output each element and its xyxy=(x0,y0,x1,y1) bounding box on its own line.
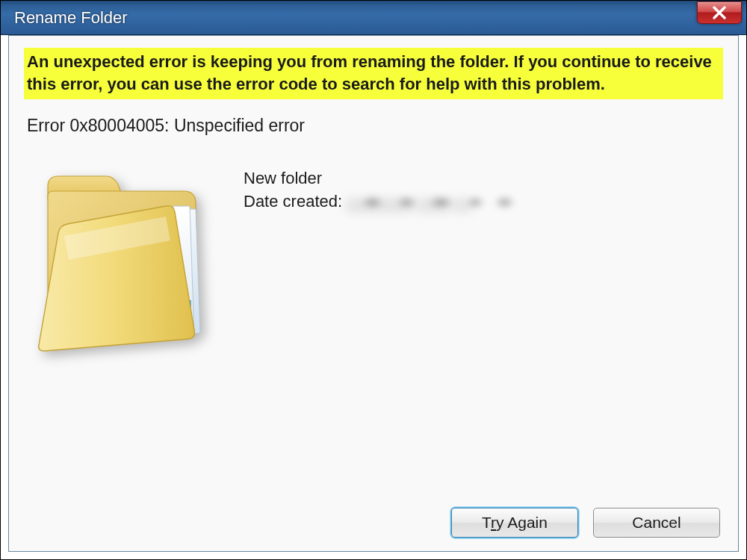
date-created-label: Date created: xyxy=(244,190,342,214)
dialog-content: An unexpected error is keeping you from … xyxy=(8,35,739,552)
window-title: Rename Folder xyxy=(14,8,128,28)
button-row: Try Again Cancel xyxy=(27,499,720,538)
close-button[interactable] xyxy=(697,1,742,24)
date-created-value: xxxxxxxx xxxx xx xyxy=(347,193,518,211)
file-details: New folder Date created: xxxxxxxx xxxx x… xyxy=(27,166,720,499)
cancel-button[interactable]: Cancel xyxy=(593,508,720,538)
folder-icon xyxy=(34,166,221,360)
try-again-label-pre: T xyxy=(482,514,491,531)
dialog-window: Rename Folder An unexpected error is kee… xyxy=(0,0,747,560)
file-text: New folder Date created: xxxxxxxx xxxx x… xyxy=(244,166,518,214)
close-icon xyxy=(712,6,727,19)
folder-name: New folder xyxy=(244,167,518,190)
titlebar[interactable]: Rename Folder xyxy=(1,1,746,35)
error-message: An unexpected error is keeping you from … xyxy=(24,48,723,99)
try-again-label-post: y Again xyxy=(496,514,548,531)
date-created-row: Date created: xxxxxxxx xxxx xx xyxy=(244,190,518,214)
try-again-button[interactable]: Try Again xyxy=(451,508,578,538)
error-code: Error 0x80004005: Unspecified error xyxy=(27,116,720,136)
